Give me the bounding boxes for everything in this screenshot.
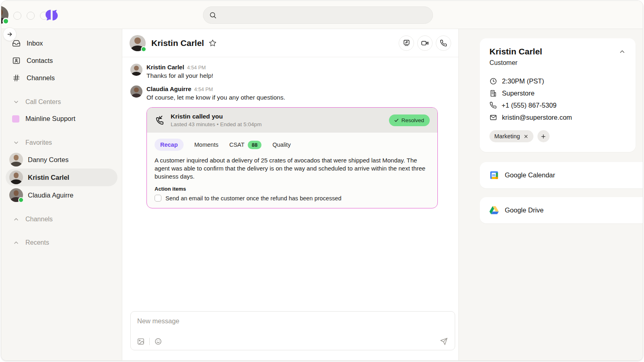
add-tag-button[interactable] bbox=[537, 130, 550, 142]
chat-header: Kristin Carlel bbox=[122, 29, 458, 57]
call-card-subtitle: Lasted 43 minutes • Ended at 5:04pm bbox=[171, 121, 261, 127]
contacts-icon bbox=[12, 56, 21, 65]
integration-google-calendar[interactable]: 31 Google Calendar bbox=[480, 162, 643, 188]
message-list: Kristin Carlel4:54 PM Thanks for all you… bbox=[122, 57, 458, 311]
integration-google-drive[interactable]: Google Drive bbox=[480, 197, 643, 223]
arrow-right-icon bbox=[6, 31, 13, 37]
send-button[interactable] bbox=[440, 337, 448, 345]
call-card-header: Kristin called you Lasted 43 minutes • E… bbox=[147, 108, 437, 133]
star-icon bbox=[209, 39, 217, 47]
call-center-label: Mainline Support bbox=[25, 115, 75, 123]
chevron-down-icon bbox=[13, 139, 19, 146]
call-card-title: Kristin called you bbox=[171, 113, 261, 120]
message: Claudia Aguirre4:54 PM Of course, let me… bbox=[130, 85, 450, 101]
message: Kristin Carlel4:54 PM Thanks for all you… bbox=[130, 64, 450, 79]
section-recents[interactable]: Recents bbox=[1, 235, 122, 251]
screen-share-button[interactable] bbox=[399, 35, 414, 51]
chevron-down-icon bbox=[13, 99, 19, 105]
tab-recap[interactable]: Recap bbox=[155, 139, 184, 151]
avatar bbox=[130, 64, 142, 76]
integration-label: Google Calendar bbox=[505, 171, 555, 179]
tab-quality[interactable]: Quality bbox=[272, 141, 291, 148]
window-control-dot[interactable] bbox=[27, 12, 35, 20]
favorite-star-button[interactable] bbox=[209, 39, 217, 47]
tag-marketing: Marketing bbox=[489, 130, 533, 142]
building-icon bbox=[489, 89, 497, 97]
window-controls bbox=[13, 12, 48, 20]
message-text: Thanks for all your help! bbox=[146, 72, 213, 79]
chevron-up-icon bbox=[619, 48, 626, 55]
tab-csat[interactable]: CSAT88 bbox=[229, 141, 261, 149]
app-window: Inbox Contacts Channels Call Cent bbox=[1, 0, 643, 361]
sidebar-item-channels[interactable]: Channels bbox=[1, 69, 122, 87]
tag-label: Marketing bbox=[494, 133, 520, 139]
plus-icon bbox=[540, 133, 546, 139]
window-control-dot[interactable] bbox=[13, 12, 21, 20]
clock-icon bbox=[489, 77, 497, 85]
sidebar-item-label: Channels bbox=[27, 74, 55, 82]
global-search[interactable] bbox=[203, 6, 433, 24]
message-input[interactable] bbox=[131, 312, 455, 333]
sidebar-contact-danny-cortes[interactable]: Danny Cortes bbox=[6, 151, 117, 169]
hash-icon bbox=[12, 74, 21, 82]
sidebar-item-inbox[interactable]: Inbox bbox=[1, 35, 122, 52]
call-card-tabs: Recap Moments CSAT88 Quality bbox=[147, 133, 437, 155]
attach-image-icon[interactable] bbox=[137, 337, 145, 345]
contact-name: Kristin Carlel bbox=[28, 174, 69, 181]
emoji-icon[interactable] bbox=[154, 337, 162, 345]
video-call-button[interactable] bbox=[417, 35, 433, 51]
section-channels[interactable]: Channels bbox=[1, 211, 122, 227]
integration-label: Google Drive bbox=[505, 206, 544, 214]
field-value: +1 (555) 867-5309 bbox=[502, 102, 556, 109]
sidebar-item-mainline-support[interactable]: Mainline Support bbox=[1, 110, 122, 127]
incoming-call-icon bbox=[155, 115, 164, 125]
contact-field-email: kristin@superstore.com bbox=[489, 111, 626, 123]
video-camera-icon bbox=[421, 39, 429, 47]
avatar[interactable] bbox=[130, 35, 146, 51]
section-call-centers[interactable]: Call Centers bbox=[1, 94, 122, 110]
contact-field-company: Superstore bbox=[489, 87, 626, 99]
tab-moments[interactable]: Moments bbox=[194, 141, 219, 148]
mail-icon bbox=[489, 114, 497, 121]
message-composer bbox=[130, 311, 455, 350]
section-favorites[interactable]: Favorites bbox=[1, 135, 122, 151]
sidebar-contact-kristin-carlel[interactable]: Kristin Carlel bbox=[6, 169, 117, 186]
sidebar-item-contacts[interactable]: Contacts bbox=[1, 52, 122, 69]
call-recap-text: A customer inquired about a delivery of … bbox=[155, 156, 426, 181]
sidebar-collapse-button[interactable] bbox=[3, 27, 17, 41]
avatar bbox=[9, 171, 23, 184]
voice-call-button[interactable] bbox=[436, 35, 451, 51]
screen-share-icon bbox=[403, 39, 410, 47]
send-icon bbox=[440, 337, 448, 345]
sidebar-item-label: Contacts bbox=[27, 57, 53, 64]
action-item-text: Send an email to the customer once the r… bbox=[165, 195, 341, 202]
action-item-checkbox[interactable] bbox=[155, 195, 161, 202]
collapse-card-button[interactable] bbox=[619, 48, 626, 55]
avatar bbox=[130, 85, 142, 98]
presence-dot bbox=[2, 18, 9, 25]
user-avatar[interactable] bbox=[1, 6, 8, 24]
contact-details-panel: Kristin Carlel Customer 2:30PM (PST) Sup… bbox=[458, 29, 643, 360]
divider bbox=[149, 338, 150, 345]
chat-title: Kristin Carlel bbox=[151, 38, 204, 48]
sidebar-contact-claudia-aguirre[interactable]: Claudia Aguirre bbox=[6, 186, 117, 204]
topbar bbox=[1, 1, 643, 29]
action-item: Send an email to the customer once the r… bbox=[155, 195, 430, 202]
contact-role: Customer bbox=[489, 59, 626, 67]
action-items-label: Action items bbox=[155, 186, 430, 192]
chat-panel: Kristin Carlel bbox=[122, 29, 458, 360]
svg-text:31: 31 bbox=[492, 173, 496, 177]
chevron-up-icon bbox=[13, 239, 19, 246]
message-sender: Claudia Aguirre bbox=[146, 85, 191, 92]
status-badge: Resolved bbox=[389, 114, 430, 126]
close-icon[interactable] bbox=[523, 134, 529, 139]
csat-score-badge: 88 bbox=[248, 141, 261, 149]
search-icon bbox=[209, 11, 217, 19]
presence-dot bbox=[141, 46, 146, 52]
sidebar-item-label: Inbox bbox=[27, 40, 43, 47]
section-label: Channels bbox=[25, 216, 53, 223]
message-text: Of course, let me know if you any other … bbox=[146, 94, 285, 101]
field-value: Superstore bbox=[502, 89, 535, 97]
message-time: 4:54 PM bbox=[194, 87, 213, 92]
search-input[interactable] bbox=[220, 12, 427, 19]
